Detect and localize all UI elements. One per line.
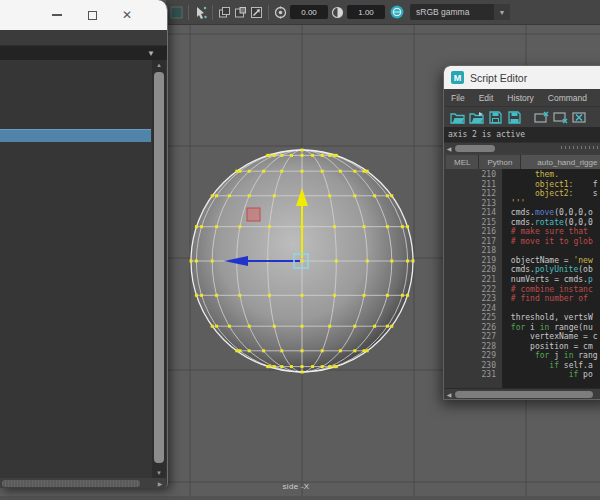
line-number: 216 — [444, 227, 502, 237]
line-number: 210 — [444, 170, 502, 180]
script-editor-titlebar[interactable]: M Script Editor — [444, 66, 600, 89]
snap-cursor-icon[interactable] — [194, 6, 207, 19]
status-line-toolbar: 0.00 1.00 sRGB gamma ▼ — [166, 0, 600, 25]
code-line: for i in range(nu — [506, 323, 600, 333]
open-script-icon[interactable] — [450, 111, 465, 124]
line-number: 220 — [444, 265, 502, 275]
window-title: Script Editor — [470, 72, 527, 84]
save-script-as-icon[interactable] — [507, 111, 522, 124]
line-number: 228 — [444, 342, 502, 352]
code-line: if po — [506, 370, 600, 380]
chevron-down-icon[interactable]: ▼ — [494, 4, 510, 20]
line-number: 224 — [444, 304, 502, 314]
menu-edit[interactable]: Edit — [472, 93, 501, 103]
clear-all-icon[interactable] — [572, 111, 587, 124]
maya-logo-icon: M — [451, 71, 464, 84]
color-management-icon[interactable] — [390, 5, 404, 19]
tab-python[interactable]: Python — [479, 155, 521, 169]
tab-auto-hand-rigger[interactable]: auto_hand_rigge — [521, 155, 600, 169]
line-number: 226 — [444, 323, 502, 333]
code-pane[interactable]: them. object1: f object2: s ''' cmds.mov… — [503, 169, 600, 388]
diagonal-arrow-square-icon[interactable] — [250, 6, 263, 19]
scrollbar-thumb[interactable] — [455, 391, 593, 398]
code-line: cmds.move(0,0,0,o — [506, 208, 600, 218]
toolbar-separator — [188, 5, 189, 20]
pane-splitter-handle[interactable] — [561, 146, 600, 149]
code-line: object1: f — [506, 180, 600, 190]
scrollbar-thumb[interactable] — [154, 72, 164, 463]
left-window-titlebar[interactable]: ✕ — [0, 0, 167, 30]
code-line: # move it to glob — [506, 237, 600, 247]
menu-command[interactable]: Command — [541, 93, 594, 103]
code-line: numVerts = cmds.p — [506, 275, 600, 285]
toolbar-separator — [268, 5, 269, 20]
scroll-left-icon[interactable]: ◀ — [444, 143, 454, 154]
vertical-scrollbar[interactable]: ▲ ▼ — [152, 60, 166, 478]
line-number: 211 — [444, 180, 502, 190]
save-script-icon[interactable] — [488, 111, 503, 124]
scroll-right-icon[interactable]: ▶ — [154, 478, 166, 488]
code-line — [506, 246, 600, 256]
line-number: 222 — [444, 285, 502, 295]
script-editor-tabs: MEL Python auto_hand_rigge — [444, 153, 600, 169]
menu-file[interactable]: File — [444, 93, 472, 103]
output-horizontal-scrollbar[interactable]: ◀ — [444, 142, 600, 153]
code-line: objectName = 'new — [506, 256, 600, 266]
maximize-button[interactable] — [86, 9, 98, 21]
scroll-down-icon[interactable]: ▼ — [152, 468, 166, 478]
view-transform-label: sRGB gamma — [410, 7, 494, 17]
tab-mel[interactable]: MEL — [446, 155, 479, 169]
source-script-icon[interactable] — [469, 111, 484, 124]
line-number: 219 — [444, 256, 502, 266]
menu-help[interactable]: Help — [594, 93, 600, 103]
clear-input-icon[interactable] — [534, 111, 549, 124]
line-number: 217 — [444, 237, 502, 247]
code-line: threshold, vertsW — [506, 313, 600, 323]
line-number: 221 — [444, 275, 502, 285]
code-line: cmds.polyUnite(ob — [506, 265, 600, 275]
horizontal-scrollbar[interactable]: ▶ — [0, 478, 166, 488]
script-editor-menubar: File Edit History Command Help — [444, 89, 600, 107]
toolbar-separator — [212, 5, 213, 20]
code-line: them. — [506, 170, 600, 180]
left-window-menu-strip — [0, 30, 167, 46]
left-window-list[interactable] — [0, 60, 151, 478]
menu-history[interactable]: History — [500, 93, 540, 103]
left-window-filter-dropdown[interactable]: ▼ — [0, 46, 167, 60]
exposure-icon[interactable] — [274, 6, 287, 19]
gamma-field[interactable]: 1.00 — [347, 5, 385, 19]
line-number: 214 — [444, 208, 502, 218]
line-number: 230 — [444, 361, 502, 371]
locked-square-icon[interactable] — [234, 6, 247, 19]
camera-label: side -X — [255, 482, 337, 491]
clear-output-icon[interactable] — [553, 111, 568, 124]
code-editor[interactable]: 2102112122132142152162172182192202212222… — [444, 169, 600, 388]
minimize-button[interactable] — [51, 9, 63, 21]
scrollbar-thumb[interactable] — [2, 480, 140, 487]
scroll-left-icon[interactable]: ◀ — [444, 389, 454, 400]
viewport-bottom-edge — [0, 496, 600, 500]
code-line: ''' — [506, 199, 600, 209]
code-horizontal-scrollbar[interactable]: ◀ — [444, 388, 600, 399]
line-number: 218 — [444, 246, 502, 256]
code-line: position = cm — [506, 342, 600, 352]
line-number: 227 — [444, 332, 502, 342]
scrollbar-thumb[interactable] — [455, 145, 495, 152]
code-line: # combine instanc — [506, 285, 600, 295]
code-line: # find number of — [506, 294, 600, 304]
close-button[interactable]: ✕ — [121, 9, 133, 21]
highlighted-face[interactable] — [247, 208, 260, 221]
script-output-pane[interactable]: axis 2 is active — [444, 127, 600, 142]
highlight-selection-icon[interactable] — [170, 6, 183, 19]
exposure-field[interactable]: 0.00 — [290, 5, 328, 19]
code-line: for j in rang — [506, 351, 600, 361]
view-transform-dropdown[interactable]: sRGB gamma ▼ — [410, 4, 510, 20]
left-panel-window: ✕ ▼ ▲ ▼ ▶ — [0, 0, 168, 488]
line-number: 212 — [444, 189, 502, 199]
selected-list-item[interactable] — [0, 129, 151, 142]
overlapping-squares-icon[interactable] — [218, 6, 231, 19]
script-editor-window: M Script Editor File Edit History Comman… — [443, 65, 600, 400]
chevron-down-icon[interactable]: ▼ — [147, 49, 155, 58]
scroll-up-icon[interactable]: ▲ — [152, 60, 166, 70]
gamma-contrast-icon[interactable] — [331, 6, 344, 19]
